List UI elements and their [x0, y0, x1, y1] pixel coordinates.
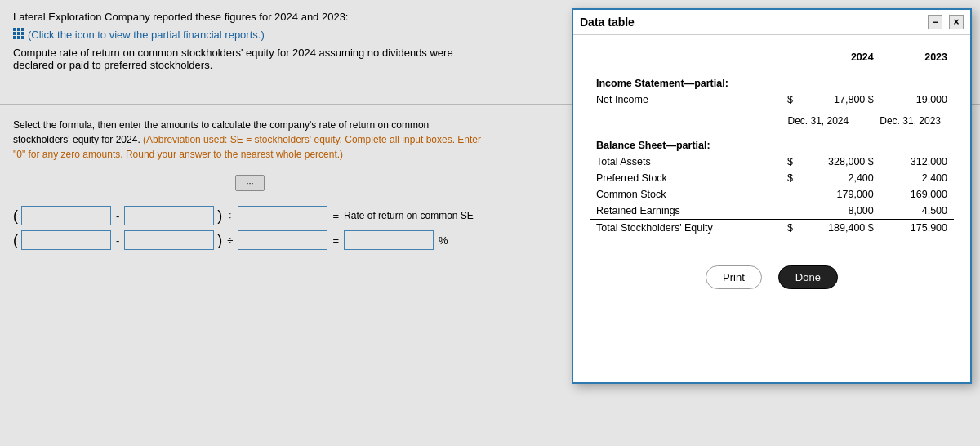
header-2024: 2024 [794, 48, 880, 69]
total-assets-dollar: $ [781, 154, 794, 170]
dec-2023-header: Dec. 31, 2023 [855, 113, 947, 129]
modal-minimize-button[interactable]: − [928, 15, 942, 29]
modal-controls: − × [928, 15, 964, 29]
common-stock-2023: 169,000 [880, 186, 954, 203]
retained-earnings-2023: 4,500 [880, 203, 954, 220]
total-se-dollar: $ [781, 220, 794, 237]
preferred-stock-dollar: $ [781, 170, 794, 186]
income-section-header: Income Statement—partial: [590, 69, 954, 91]
retained-earnings-label: Retained Earnings [590, 203, 781, 220]
modal-footer: Print Done [573, 249, 970, 302]
total-se-2023: 175,900 [880, 220, 954, 237]
preferred-stock-2024: 2,400 [794, 170, 880, 186]
modal-overlay: Data table − × 2024 2023 Income Statemen… [0, 0, 980, 446]
financial-data-table: 2024 2023 Income Statement—partial: Net … [590, 48, 954, 236]
modal-body: 2024 2023 Income Statement—partial: Net … [573, 35, 970, 249]
dec-2024-header: Dec. 31, 2024 [774, 113, 856, 129]
total-se-label: Total Stockholders' Equity [590, 220, 781, 237]
total-se-2024: 189,400 $ [794, 220, 880, 237]
modal-title: Data table [580, 16, 635, 29]
net-income-dollar: $ [781, 91, 794, 108]
net-income-2024: 17,800 $ [794, 91, 880, 108]
balance-section-header: Balance Sheet—partial: [590, 132, 954, 154]
data-table-modal: Data table − × 2024 2023 Income Statemen… [572, 8, 972, 384]
preferred-stock-label: Preferred Stock [590, 170, 781, 186]
done-button[interactable]: Done [778, 265, 838, 289]
net-income-2023: 19,000 [880, 91, 954, 108]
common-stock-2024: 179,000 [794, 186, 880, 203]
retained-earnings-2024: 8,000 [794, 203, 880, 220]
total-assets-2023: 312,000 [880, 154, 954, 170]
balance-date-headers: Dec. 31, 2024 Dec. 31, 2023 [590, 108, 954, 132]
total-assets-2024: 328,000 $ [794, 154, 880, 170]
total-assets-label: Total Assets [590, 154, 781, 170]
modal-close-button[interactable]: × [949, 15, 964, 29]
preferred-stock-2023: 2,400 [880, 170, 954, 186]
print-button[interactable]: Print [706, 265, 762, 289]
header-2023: 2023 [880, 48, 954, 69]
common-stock-label: Common Stock [590, 186, 781, 203]
net-income-label: Net Income [590, 91, 781, 108]
modal-titlebar: Data table − × [573, 10, 970, 35]
